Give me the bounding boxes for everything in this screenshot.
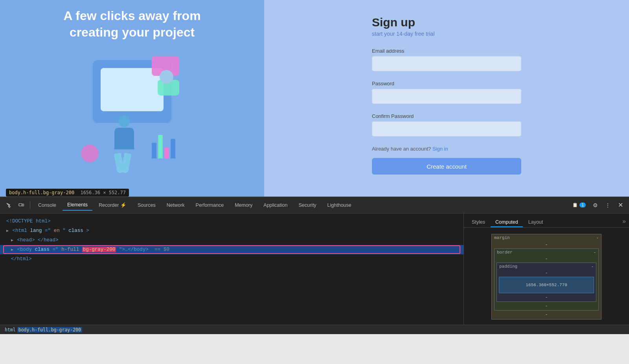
tab-security[interactable]: Security bbox=[294, 200, 321, 211]
tab-recorder[interactable]: Recorder ⚡ bbox=[94, 200, 131, 211]
email-input[interactable] bbox=[372, 56, 521, 71]
confirm-password-group: Confirm Password bbox=[372, 113, 521, 144]
tab-elements[interactable]: Elements bbox=[63, 200, 92, 211]
element-tooltip: body.h-full.bg-gray-200 1656.36 × 552.77 bbox=[6, 189, 129, 197]
tab-computed[interactable]: Computed bbox=[491, 218, 523, 227]
breadcrumb-body[interactable]: body.h-full.bg-gray-200 bbox=[17, 327, 82, 333]
illus-person bbox=[109, 115, 140, 166]
confirm-password-label: Confirm Password bbox=[372, 113, 521, 119]
password-input[interactable] bbox=[372, 89, 521, 104]
hero-illustration bbox=[69, 48, 195, 174]
devtools-breadcrumb: html body.h-full.bg-gray-200 bbox=[0, 325, 629, 334]
margin-value-top-right: - bbox=[596, 235, 599, 240]
margin-label: margin bbox=[494, 235, 510, 240]
svg-rect-1 bbox=[22, 204, 24, 206]
content-layer: 1656.360×552.770 bbox=[499, 277, 594, 293]
webpage-left-panel: A few clicks away from creating your pro… bbox=[0, 0, 264, 197]
closing-html-line[interactable]: </html> bbox=[0, 254, 463, 264]
illus-person-leg-right bbox=[121, 153, 131, 173]
signin-link[interactable]: Sign in bbox=[432, 146, 448, 152]
more-options-button[interactable]: ⋮ bbox=[602, 200, 613, 211]
tab-application[interactable]: Application bbox=[259, 200, 292, 211]
password-group: Password bbox=[372, 81, 521, 112]
tab-memory[interactable]: Memory bbox=[230, 200, 257, 211]
tab-layout[interactable]: Layout bbox=[524, 218, 548, 227]
devtools-toolbar-right: 📋 1 ⚙ ⋮ ✕ bbox=[570, 200, 626, 211]
breadcrumb-html[interactable]: html bbox=[5, 327, 16, 333]
margin-bottom-val: - bbox=[494, 312, 599, 317]
illus-bar-4 bbox=[171, 139, 175, 158]
padding-bottom-val: - bbox=[499, 295, 594, 300]
tab-styles[interactable]: Styles bbox=[467, 218, 490, 227]
toolbar-separator-1 bbox=[30, 201, 30, 209]
html-tag-line[interactable]: <html lang =" en " class > bbox=[0, 226, 463, 235]
inspector-icon-button[interactable] bbox=[3, 200, 14, 211]
head-expand-icon[interactable] bbox=[11, 237, 13, 244]
devtools-panel: Console Elements Recorder ⚡ Sources Netw… bbox=[0, 197, 629, 334]
illus-circle-decoration bbox=[81, 145, 99, 162]
tab-network[interactable]: Network bbox=[162, 200, 189, 211]
border-value: - bbox=[593, 250, 596, 255]
margin-top-val: - bbox=[494, 242, 599, 247]
padding-layer: padding - - 1656.360×552.770 - bbox=[497, 263, 596, 302]
padding-value: - bbox=[591, 264, 594, 269]
signup-subtitle: start your 14-day free trial bbox=[372, 31, 521, 37]
padding-label: padding bbox=[499, 264, 517, 269]
signup-title: Sign up bbox=[372, 16, 521, 29]
box-model-area: margin - - border - - padding - bbox=[464, 228, 629, 325]
illus-bar-2 bbox=[158, 135, 163, 158]
password-label: Password bbox=[372, 81, 521, 86]
elements-panel: <!DOCTYPE html> <html lang =" en " class… bbox=[0, 213, 464, 325]
tab-lighthouse[interactable]: Lighthouse bbox=[323, 200, 356, 211]
create-account-button[interactable]: Create account bbox=[372, 158, 521, 175]
email-group: Email address bbox=[372, 48, 521, 79]
page-headline: A few clicks away from creating your pro… bbox=[48, 4, 216, 44]
body-line[interactable]: <body class =" h-full bg-gray-200 ">…</b… bbox=[0, 245, 463, 254]
webpage-right-panel: Sign up start your 14-day free trial Ema… bbox=[264, 0, 629, 197]
already-account-text: Already have an account? Sign in bbox=[372, 146, 521, 152]
signup-form-container: Sign up start your 14-day free trial Ema… bbox=[372, 16, 521, 175]
illus-avatar bbox=[160, 70, 173, 84]
border-layer: border - - padding - - 1656.360×552.770 bbox=[494, 248, 599, 311]
settings-badge-button[interactable]: 📋 1 bbox=[570, 200, 588, 211]
illus-person-head bbox=[118, 115, 130, 127]
body-expand-icon[interactable] bbox=[11, 247, 13, 253]
tooltip-selector: body.h-full.bg-gray-200 bbox=[9, 190, 74, 195]
padding-top-val: - bbox=[499, 270, 594, 275]
box-model-diagram: margin - - border - - padding - bbox=[491, 234, 601, 320]
tab-performance[interactable]: Performance bbox=[191, 200, 229, 211]
illus-bar-3 bbox=[164, 147, 169, 158]
border-label: border bbox=[497, 250, 513, 255]
border-top-val: - bbox=[497, 256, 596, 261]
device-toggle-button[interactable] bbox=[16, 200, 27, 211]
tab-console[interactable]: Console bbox=[33, 200, 61, 211]
border-bottom-val: - bbox=[497, 303, 596, 308]
illus-bar-1 bbox=[152, 143, 156, 158]
tab-sources[interactable]: Sources bbox=[133, 200, 160, 211]
styles-computed-panel: Styles Computed Layout » margin - - bord… bbox=[464, 213, 629, 325]
margin-layer: margin - - border - - padding - bbox=[491, 234, 601, 320]
svg-rect-0 bbox=[19, 204, 22, 206]
webpage-preview: A few clicks away from creating your pro… bbox=[0, 0, 629, 197]
gear-icon-button[interactable]: ⚙ bbox=[590, 200, 601, 211]
illus-person-body bbox=[114, 128, 134, 149]
email-label: Email address bbox=[372, 48, 521, 54]
head-line[interactable]: <head> </head> bbox=[0, 235, 463, 245]
badge-count: 1 bbox=[579, 202, 586, 208]
styles-tabs-bar: Styles Computed Layout » bbox=[464, 213, 629, 228]
illus-chart-bars bbox=[152, 135, 175, 158]
html-expand-icon[interactable] bbox=[6, 228, 9, 234]
content-dimensions: 1656.360×552.770 bbox=[526, 283, 567, 287]
doctype-line[interactable]: <!DOCTYPE html> bbox=[0, 217, 463, 226]
devtools-toolbar: Console Elements Recorder ⚡ Sources Netw… bbox=[0, 197, 629, 213]
confirm-password-input[interactable] bbox=[372, 121, 521, 136]
tooltip-dimensions: 1656.36 × 552.77 bbox=[80, 190, 126, 195]
devtools-body: <!DOCTYPE html> <html lang =" en " class… bbox=[0, 213, 629, 325]
more-tabs-button[interactable]: » bbox=[622, 218, 626, 227]
console-badge-icon: 📋 bbox=[572, 202, 578, 208]
close-devtools-button[interactable]: ✕ bbox=[615, 200, 626, 211]
